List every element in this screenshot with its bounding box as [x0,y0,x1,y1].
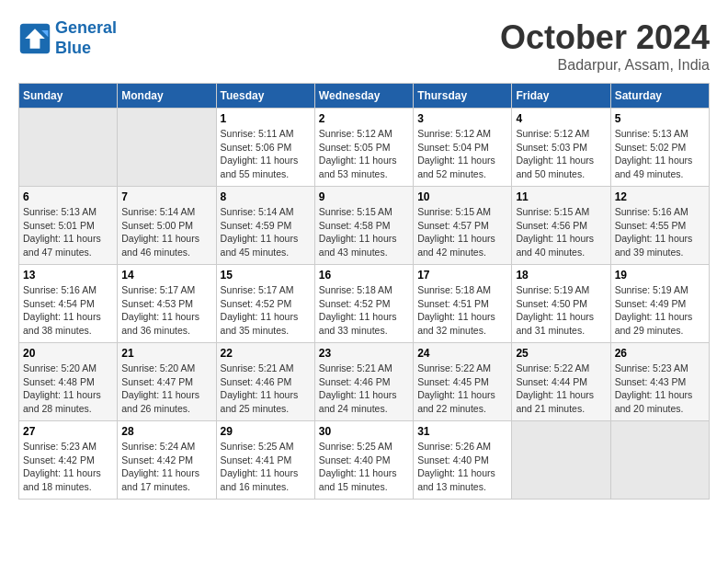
day-number: 15 [221,269,311,282]
calendar-cell: 23 Sunrise: 5:21 AMSunset: 4:46 PMDaylig… [314,343,413,421]
calendar-cell: 27 Sunrise: 5:23 AMSunset: 4:42 PMDaylig… [19,421,118,500]
calendar-week-row: 1 Sunrise: 5:11 AMSunset: 5:06 PMDayligh… [19,109,710,187]
day-info: Sunrise: 5:13 AMSunset: 5:02 PMDaylight:… [615,127,705,181]
calendar-cell: 22 Sunrise: 5:21 AMSunset: 4:46 PMDaylig… [216,343,314,421]
day-number: 24 [417,347,507,360]
day-number: 13 [23,269,113,282]
day-info: Sunrise: 5:26 AMSunset: 4:40 PMDaylight:… [417,440,507,494]
calendar-cell: 6 Sunrise: 5:13 AMSunset: 5:01 PMDayligh… [19,187,118,265]
calendar-cell: 3 Sunrise: 5:12 AMSunset: 5:04 PMDayligh… [414,109,512,187]
calendar-cell: 14 Sunrise: 5:17 AMSunset: 4:53 PMDaylig… [118,265,216,343]
weekday-header: Tuesday [216,84,314,109]
day-number: 20 [23,347,113,360]
day-number: 5 [615,112,705,125]
day-info: Sunrise: 5:15 AMSunset: 4:58 PMDaylight:… [319,205,409,259]
calendar-body: 1 Sunrise: 5:11 AMSunset: 5:06 PMDayligh… [19,109,710,500]
day-number: 8 [221,190,311,203]
day-info: Sunrise: 5:14 AMSunset: 5:00 PMDaylight:… [121,205,211,259]
calendar-week-row: 6 Sunrise: 5:13 AMSunset: 5:01 PMDayligh… [19,187,710,265]
day-number: 16 [319,269,409,282]
day-info: Sunrise: 5:25 AMSunset: 4:41 PMDaylight:… [221,440,311,494]
day-number: 19 [615,269,705,282]
day-info: Sunrise: 5:22 AMSunset: 4:45 PMDaylight:… [417,362,507,416]
day-number: 28 [121,425,211,438]
day-info: Sunrise: 5:15 AMSunset: 4:56 PMDaylight:… [516,205,606,259]
weekday-header: Thursday [414,84,512,109]
day-info: Sunrise: 5:12 AMSunset: 5:04 PMDaylight:… [417,127,507,181]
day-info: Sunrise: 5:18 AMSunset: 4:51 PMDaylight:… [417,283,507,338]
day-info: Sunrise: 5:22 AMSunset: 4:44 PMDaylight:… [516,362,606,416]
page-header: General Blue October 2024 Badarpur, Assa… [18,18,710,74]
day-info: Sunrise: 5:25 AMSunset: 4:40 PMDaylight:… [319,440,409,494]
day-number: 9 [319,190,409,203]
calendar-cell: 18 Sunrise: 5:19 AMSunset: 4:50 PMDaylig… [512,265,610,343]
day-number: 21 [121,347,211,360]
calendar-cell: 5 Sunrise: 5:13 AMSunset: 5:02 PMDayligh… [610,109,709,187]
day-info: Sunrise: 5:15 AMSunset: 4:57 PMDaylight:… [417,205,507,259]
calendar-cell: 8 Sunrise: 5:14 AMSunset: 4:59 PMDayligh… [216,187,314,265]
day-number: 22 [221,347,311,360]
calendar-cell: 10 Sunrise: 5:15 AMSunset: 4:57 PMDaylig… [414,187,512,265]
weekday-header: Monday [118,84,216,109]
weekday-header: Wednesday [314,84,413,109]
calendar-cell: 4 Sunrise: 5:12 AMSunset: 5:03 PMDayligh… [512,109,610,187]
day-number: 25 [516,347,606,360]
day-info: Sunrise: 5:16 AMSunset: 4:54 PMDaylight:… [23,283,113,338]
calendar-cell: 24 Sunrise: 5:22 AMSunset: 4:45 PMDaylig… [414,343,512,421]
day-number: 7 [121,190,211,203]
day-info: Sunrise: 5:11 AMSunset: 5:06 PMDaylight:… [221,127,311,181]
calendar-cell: 30 Sunrise: 5:25 AMSunset: 4:40 PMDaylig… [314,421,413,500]
calendar-week-row: 20 Sunrise: 5:20 AMSunset: 4:48 PMDaylig… [19,343,710,421]
calendar-cell: 19 Sunrise: 5:19 AMSunset: 4:49 PMDaylig… [610,265,709,343]
calendar-cell [19,109,118,187]
day-info: Sunrise: 5:21 AMSunset: 4:46 PMDaylight:… [221,362,311,416]
day-number: 4 [516,112,606,125]
month-title: October 2024 [500,18,710,57]
day-info: Sunrise: 5:19 AMSunset: 4:49 PMDaylight:… [615,283,705,338]
weekday-header: Sunday [19,84,118,109]
day-info: Sunrise: 5:20 AMSunset: 4:47 PMDaylight:… [121,362,211,416]
calendar-cell: 31 Sunrise: 5:26 AMSunset: 4:40 PMDaylig… [414,421,512,500]
calendar-cell: 29 Sunrise: 5:25 AMSunset: 4:41 PMDaylig… [216,421,314,500]
calendar-cell: 12 Sunrise: 5:16 AMSunset: 4:55 PMDaylig… [610,187,709,265]
day-number: 30 [319,425,409,438]
day-number: 2 [319,112,409,125]
day-number: 11 [516,190,606,203]
day-number: 10 [417,190,507,203]
calendar-cell [610,421,709,500]
day-info: Sunrise: 5:17 AMSunset: 4:52 PMDaylight:… [221,283,311,338]
day-number: 3 [417,112,507,125]
day-number: 18 [516,269,606,282]
calendar-cell: 13 Sunrise: 5:16 AMSunset: 4:54 PMDaylig… [19,265,118,343]
calendar-cell [512,421,610,500]
calendar-cell: 28 Sunrise: 5:24 AMSunset: 4:42 PMDaylig… [118,421,216,500]
weekday-header-row: SundayMondayTuesdayWednesdayThursdayFrid… [19,84,710,109]
day-number: 14 [121,269,211,282]
calendar-cell: 26 Sunrise: 5:23 AMSunset: 4:43 PMDaylig… [610,343,709,421]
location: Badarpur, Assam, India [500,57,710,74]
day-info: Sunrise: 5:12 AMSunset: 5:05 PMDaylight:… [319,127,409,181]
day-info: Sunrise: 5:24 AMSunset: 4:42 PMDaylight:… [121,440,211,494]
day-number: 23 [319,347,409,360]
day-info: Sunrise: 5:23 AMSunset: 4:43 PMDaylight:… [615,362,705,416]
day-number: 1 [221,112,311,125]
title-block: October 2024 Badarpur, Assam, India [500,18,710,74]
day-info: Sunrise: 5:13 AMSunset: 5:01 PMDaylight:… [23,205,113,259]
calendar-cell: 9 Sunrise: 5:15 AMSunset: 4:58 PMDayligh… [314,187,413,265]
calendar-cell: 2 Sunrise: 5:12 AMSunset: 5:05 PMDayligh… [314,109,413,187]
weekday-header: Saturday [610,84,709,109]
day-info: Sunrise: 5:20 AMSunset: 4:48 PMDaylight:… [23,362,113,416]
calendar-cell: 11 Sunrise: 5:15 AMSunset: 4:56 PMDaylig… [512,187,610,265]
logo-icon [18,22,51,55]
day-number: 6 [23,190,113,203]
day-info: Sunrise: 5:12 AMSunset: 5:03 PMDaylight:… [516,127,606,181]
day-info: Sunrise: 5:18 AMSunset: 4:52 PMDaylight:… [319,283,409,338]
calendar-cell: 7 Sunrise: 5:14 AMSunset: 5:00 PMDayligh… [118,187,216,265]
calendar-cell: 15 Sunrise: 5:17 AMSunset: 4:52 PMDaylig… [216,265,314,343]
calendar-week-row: 13 Sunrise: 5:16 AMSunset: 4:54 PMDaylig… [19,265,710,343]
logo-text: General Blue [55,18,117,58]
weekday-header: Friday [512,84,610,109]
day-info: Sunrise: 5:21 AMSunset: 4:46 PMDaylight:… [319,362,409,416]
calendar-week-row: 27 Sunrise: 5:23 AMSunset: 4:42 PMDaylig… [19,421,710,500]
day-info: Sunrise: 5:14 AMSunset: 4:59 PMDaylight:… [221,205,311,259]
